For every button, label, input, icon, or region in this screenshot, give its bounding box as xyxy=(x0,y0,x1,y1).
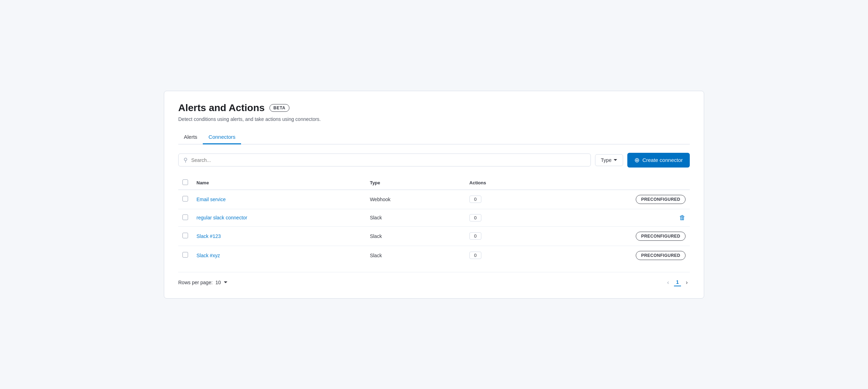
row-type-cell: Slack xyxy=(366,246,465,265)
preconfigured-badge: PRECONFIGURED xyxy=(636,251,686,260)
th-type: Type xyxy=(366,176,465,190)
page-title: Alerts and Actions xyxy=(178,102,265,114)
search-box[interactable]: ⚲ xyxy=(178,153,591,166)
row-status-cell: PRECONFIGURED xyxy=(540,190,690,209)
header-title-row: Alerts and Actions BETA xyxy=(178,102,690,114)
connectors-table: Name Type Actions Email service Webhook … xyxy=(178,176,690,265)
preconfigured-badge: PRECONFIGURED xyxy=(636,232,686,241)
row-name-cell: Slack #xyz xyxy=(192,246,366,265)
connector-name-link[interactable]: Slack #123 xyxy=(196,233,221,239)
tabs-container: Alerts Connectors xyxy=(178,130,690,144)
table-row: regular slack connector Slack 0 🗑 xyxy=(178,209,690,226)
row-name-cell: regular slack connector xyxy=(192,209,366,226)
th-actions: Actions xyxy=(465,176,540,190)
tab-connectors[interactable]: Connectors xyxy=(203,130,241,144)
next-page-button[interactable]: › xyxy=(684,278,690,287)
row-actions-cell: 0 xyxy=(465,226,540,246)
table-row: Slack #123 Slack 0 PRECONFIGURED xyxy=(178,226,690,246)
row-name-cell: Email service xyxy=(192,190,366,209)
row-checkbox-cell xyxy=(178,226,192,246)
row-checkbox-cell xyxy=(178,209,192,226)
row-checkbox[interactable] xyxy=(182,214,188,220)
connector-name-link[interactable]: Slack #xyz xyxy=(196,253,220,258)
row-checkbox[interactable] xyxy=(182,233,188,238)
rows-per-page-value: 10 xyxy=(215,280,221,285)
row-checkbox-cell xyxy=(178,190,192,209)
table-header-row: Name Type Actions xyxy=(178,176,690,190)
rows-per-page-label: Rows per page: xyxy=(178,280,213,285)
prev-page-button[interactable]: ‹ xyxy=(665,278,671,287)
chevron-down-icon xyxy=(614,159,617,161)
row-type-cell: Slack xyxy=(366,209,465,226)
preconfigured-badge: PRECONFIGURED xyxy=(636,195,686,204)
search-input[interactable] xyxy=(191,157,586,163)
row-type-cell: Slack xyxy=(366,226,465,246)
th-status xyxy=(540,176,690,190)
table-row: Slack #xyz Slack 0 PRECONFIGURED xyxy=(178,246,690,265)
actions-count-badge: 0 xyxy=(469,196,481,203)
pagination: ‹ 1 › xyxy=(665,278,690,287)
row-status-cell: 🗑 xyxy=(540,209,690,226)
current-page-number[interactable]: 1 xyxy=(674,279,681,286)
row-name-cell: Slack #123 xyxy=(192,226,366,246)
actions-count-badge: 0 xyxy=(469,252,481,259)
rows-per-page[interactable]: Rows per page: 10 xyxy=(178,280,227,285)
row-status-cell: PRECONFIGURED xyxy=(540,226,690,246)
row-type-cell: Webhook xyxy=(366,190,465,209)
search-icon: ⚲ xyxy=(183,157,188,163)
table-footer: Rows per page: 10 ‹ 1 › xyxy=(178,272,690,287)
delete-icon[interactable]: 🗑 xyxy=(679,214,686,221)
type-filter-label: Type xyxy=(601,157,612,163)
create-connector-button[interactable]: ⊕Create connector xyxy=(627,153,690,168)
connector-name-link[interactable]: Email service xyxy=(196,197,226,202)
row-status-cell: PRECONFIGURED xyxy=(540,246,690,265)
beta-badge: BETA xyxy=(269,104,289,112)
table-row: Email service Webhook 0 PRECONFIGURED xyxy=(178,190,690,209)
connector-name-link[interactable]: regular slack connector xyxy=(196,215,247,220)
plus-circle-icon: ⊕ xyxy=(634,156,640,164)
actions-count-badge: 0 xyxy=(469,232,481,240)
page-subtitle: Detect conditions using alerts, and take… xyxy=(178,116,690,122)
type-filter-dropdown[interactable]: Type xyxy=(595,154,623,166)
row-actions-cell: 0 xyxy=(465,190,540,209)
create-connector-label: Create connector xyxy=(642,157,683,163)
th-checkbox xyxy=(178,176,192,190)
tab-alerts[interactable]: Alerts xyxy=(178,130,203,144)
th-name: Name xyxy=(192,176,366,190)
main-card: Alerts and Actions BETA Detect condition… xyxy=(164,91,704,299)
row-checkbox[interactable] xyxy=(182,196,188,202)
row-actions-cell: 0 xyxy=(465,209,540,226)
row-checkbox-cell xyxy=(178,246,192,265)
rows-per-page-chevron-icon xyxy=(224,281,227,283)
row-actions-cell: 0 xyxy=(465,246,540,265)
row-checkbox[interactable] xyxy=(182,252,188,258)
toolbar: ⚲ Type ⊕Create connector xyxy=(178,153,690,168)
select-all-checkbox[interactable] xyxy=(182,179,188,185)
actions-count-badge: 0 xyxy=(469,214,481,221)
